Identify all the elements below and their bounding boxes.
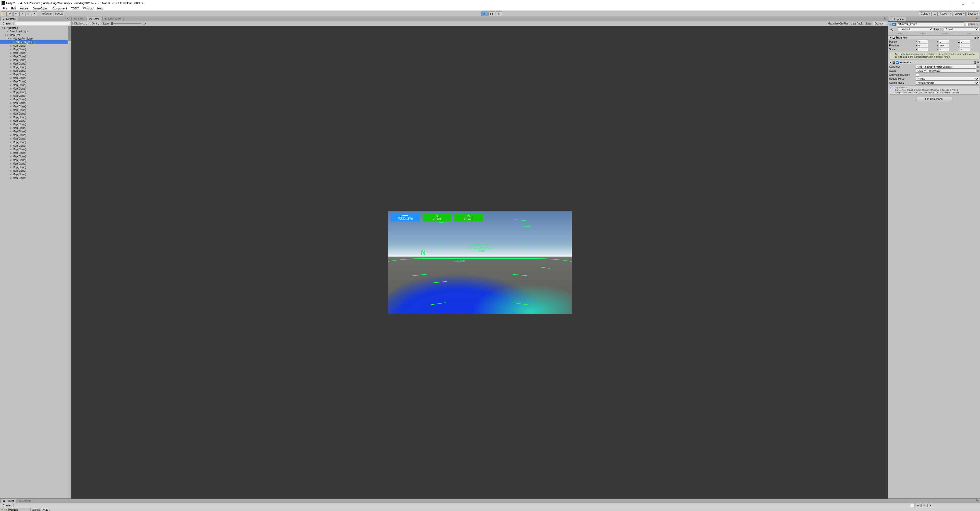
close-button[interactable]: ✕ <box>968 0 978 6</box>
menu-gameobject[interactable]: GameObject <box>30 6 51 11</box>
scene-tab[interactable]: # Scene <box>72 17 86 21</box>
rotate-tool-button[interactable]: ↻ <box>13 11 19 16</box>
animator-section-header[interactable]: ▼ ⬓ Animator⍰ ⚙ <box>888 60 980 65</box>
move-tool-button[interactable]: ✥ <box>7 11 13 16</box>
gear-icon[interactable]: ⚙ <box>977 36 979 39</box>
hierarchy-item[interactable]: ▣Map(Clone) <box>0 144 71 148</box>
hierarchy-item[interactable]: ▣Map(Clone) <box>0 105 71 108</box>
layer-dropdown[interactable]: Default <box>944 27 979 31</box>
menu-help[interactable]: Help <box>95 6 105 11</box>
lock-icon[interactable]: 🔓 <box>970 17 975 21</box>
pivot-center-button[interactable]: ⊕ Center <box>41 11 53 16</box>
applyroot-checkbox[interactable] <box>916 73 919 76</box>
hierarchy-item[interactable]: ▼▣NagoyaPortScale <box>0 37 71 40</box>
aspect-dropdown[interactable]: 16:9 <box>90 22 100 25</box>
search-save-button[interactable]: ★ <box>928 504 933 507</box>
stats-toggle[interactable]: Stats <box>865 22 871 25</box>
hierarchy-item[interactable]: ▣Map(Clone) <box>0 73 71 76</box>
inspector-tab[interactable]: ⓘInspector <box>889 17 907 21</box>
hierarchy-item[interactable]: ▣Map(Clone) <box>0 97 71 101</box>
hierarchy-item[interactable]: ▣Map(Clone) <box>0 158 71 162</box>
project-create-dropdown[interactable]: Create <box>1 504 14 507</box>
project-search-input[interactable] <box>910 504 915 507</box>
account-dropdown[interactable]: Account <box>938 11 953 16</box>
project-tab[interactable]: ▣ Project <box>0 499 16 503</box>
favorites-header[interactable]: ▼★Favorites <box>0 508 30 511</box>
hierarchy-item[interactable]: ▣Map(Clone) <box>0 122 71 126</box>
position-z-input[interactable] <box>960 40 970 43</box>
panel-menu-icon[interactable]: ▾☰ <box>975 17 980 21</box>
cullingmode-dropdown[interactable]: Always Animate <box>916 81 979 85</box>
scale-y-input[interactable] <box>939 48 949 51</box>
menu-todo[interactable]: TODO <box>69 6 81 11</box>
minimize-button[interactable]: — <box>947 0 957 6</box>
transform-section-header[interactable]: ▼ ⬓ Transform⍰ ⚙ <box>888 35 980 40</box>
hierarchy-item[interactable]: ▣Map(Clone) <box>0 119 71 122</box>
pivot-local-button[interactable]: ⊗ Local <box>54 11 64 16</box>
hierarchy-item[interactable]: ▣Map(Clone) <box>0 83 71 87</box>
updatemode-dropdown[interactable]: Normal <box>916 77 979 81</box>
hierarchy-item[interactable]: ▣Map(Clone) <box>0 155 71 158</box>
menu-window[interactable]: Window <box>81 6 95 11</box>
object-picker-icon[interactable]: ⊙ <box>977 70 979 72</box>
hierarchy-item[interactable]: ▣Directional Light <box>0 30 71 33</box>
hierarchy-item[interactable]: ▣Map(Clone) <box>0 79 71 83</box>
scale-slider[interactable] <box>111 23 142 24</box>
open-button[interactable]: Open <box>957 32 980 35</box>
hierarchy-scrollbar[interactable] <box>68 26 71 498</box>
hierarchy-item[interactable]: ▣Map(Clone) <box>0 90 71 94</box>
menu-file[interactable]: File <box>0 6 9 11</box>
gameobject-name-input[interactable] <box>897 22 964 26</box>
display-dropdown[interactable]: Display 1 <box>73 22 88 25</box>
rotation-z-input[interactable] <box>960 44 970 47</box>
layers-dropdown[interactable]: Layers <box>953 11 966 16</box>
hud-reflectmap-button[interactable]: ⟵▪▪ 深浅図に反映 <box>391 213 420 221</box>
scale-tool-button[interactable]: ⤢ <box>19 11 25 16</box>
search-type-button[interactable]: ✦ <box>921 504 927 507</box>
hierarchy-item[interactable]: ▣Map(Clone) <box>0 65 71 69</box>
hierarchy-item[interactable]: ▣Map(Clone) <box>0 115 71 119</box>
hand-tool-button[interactable]: ✋ <box>1 11 6 16</box>
animator-enable-checkbox[interactable] <box>896 61 899 64</box>
step-button[interactable]: ▶| <box>496 11 502 16</box>
gameobject-active-checkbox[interactable] <box>892 23 896 26</box>
panel-menu-icon[interactable]: ▾☰ <box>883 17 888 21</box>
controller-field[interactable] <box>916 65 976 68</box>
hierarchy-item[interactable]: ▣Map(Clone) <box>0 169 71 173</box>
hud-vr-on-button[interactable]: ⬭ VR ON <box>423 213 451 221</box>
hierarchy-item[interactable]: ▣Map(Clone) <box>0 94 71 97</box>
hierarchy-item[interactable]: ▣Map(Clone) <box>0 165 71 169</box>
hierarchy-item[interactable]: ▣Map(Clone) <box>0 58 71 62</box>
gizmos-dropdown[interactable]: Gizmos <box>873 22 887 25</box>
hierarchy-item[interactable]: ▣Map(Clone) <box>0 44 71 48</box>
hierarchy-item[interactable]: ▣Map(Clone) <box>0 101 71 105</box>
select-button[interactable]: Select <box>911 32 934 35</box>
hierarchy-item[interactable]: ▣Map(Clone) <box>0 112 71 115</box>
gear-icon[interactable]: ⚙ <box>977 61 979 64</box>
hierarchy-item[interactable]: ▣Map(Clone) <box>0 133 71 137</box>
help-icon[interactable]: ⍰ <box>974 36 976 39</box>
static-checkbox[interactable] <box>965 23 969 26</box>
project-breadcrumb[interactable]: Assets ▸ HUD ▸ <box>30 508 980 511</box>
transform-tool-button[interactable]: ✦ <box>32 11 37 16</box>
hierarchy-item[interactable]: ▣Map(Clone) <box>0 62 71 65</box>
console-tab[interactable]: ▤ Console <box>17 499 33 503</box>
add-component-button[interactable]: Add Component <box>916 97 952 101</box>
pause-button[interactable]: ❚❚ <box>488 11 495 16</box>
hierarchy-item[interactable]: ▣Map(Clone) <box>0 76 71 79</box>
hierarchy-item[interactable]: ▣Map(Clone) <box>0 173 71 176</box>
hud-vr-off-button[interactable]: ⬭ VR OFF <box>454 213 483 221</box>
hierarchy-item[interactable]: ▣Map(Clone) <box>0 176 71 179</box>
collab-dropdown[interactable]: Collab <box>919 11 931 16</box>
menu-edit[interactable]: Edit <box>9 6 18 11</box>
hierarchy-item[interactable]: ▣Map(Clone) <box>0 69 71 73</box>
object-picker-icon[interactable]: ⊙ <box>977 65 979 68</box>
hierarchy-item[interactable]: ▣Map(Clone) <box>0 140 71 144</box>
hierarchy-tree[interactable]: ▼◉HugeMap▣Directional Light▼▣MapRoot▼▣Na… <box>0 26 71 498</box>
play-button[interactable]: ▶ <box>481 11 488 16</box>
maximize-on-play-toggle[interactable]: Maximize On Play <box>828 22 849 25</box>
panel-menu-icon[interactable]: ▾☰ <box>66 17 71 21</box>
help-icon[interactable]: ⍰ <box>974 61 976 64</box>
hierarchy-item[interactable]: ▣Map(Clone) <box>0 108 71 112</box>
hierarchy-item[interactable]: ▣Map(Clone) <box>0 151 71 155</box>
